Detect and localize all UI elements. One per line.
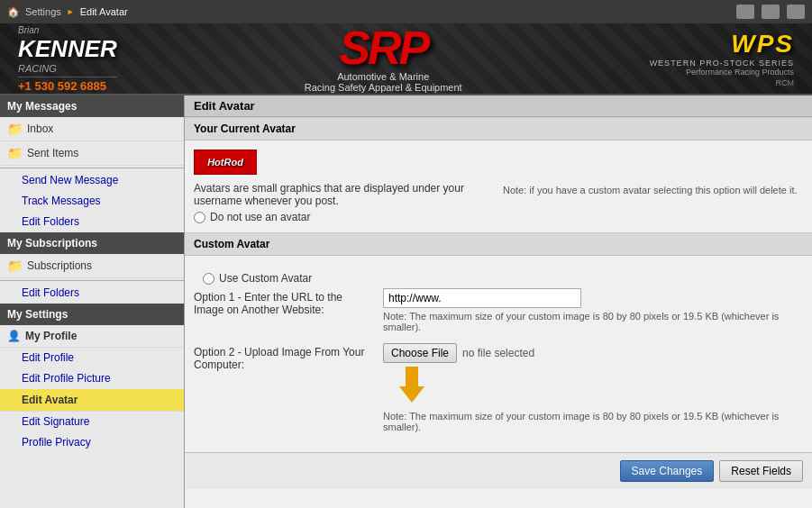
use-custom-radio[interactable] <box>203 273 214 285</box>
file-upload-row: Choose File no file selected <box>383 343 803 363</box>
current-avatar-title: Your Current Avatar <box>185 117 812 141</box>
sent-folder-icon: 📁 <box>7 146 23 160</box>
sidebar-link-edit-profile[interactable]: Edit Profile <box>0 348 184 368</box>
reset-fields-button[interactable]: Reset Fields <box>719 460 803 482</box>
breadcrumb-current: Edit Avatar <box>80 6 128 17</box>
sidebar-item-subscriptions[interactable]: 📁 Subscriptions <box>0 254 184 278</box>
use-custom-label: Use Custom Avatar <box>219 272 312 285</box>
kenner-cursive: Brian <box>18 25 117 35</box>
kenner-phone: +1 530 592 6885 <box>18 77 117 93</box>
url-note: Note: The maximum size of your custom im… <box>383 311 803 332</box>
banner-srp: SRP Automotive & Marine Racing Safety Ap… <box>305 24 462 93</box>
sidebar-section-settings: My Settings <box>0 304 184 325</box>
profile-icon: 👤 <box>7 330 21 342</box>
top-nav: 🏠 Settings ► Edit Avatar <box>0 0 812 23</box>
current-avatar-section: HotRod Avatars are small graphics that a… <box>185 141 812 232</box>
option1-label: Option 1 - Enter the URL to the Image on… <box>194 288 374 316</box>
option2-field: Choose File no file selected Note: The m… <box>383 343 803 432</box>
sidebar-link-edit-avatar[interactable]: Edit Avatar <box>0 389 184 412</box>
sidebar-section-subscriptions: My Subscriptions <box>0 232 184 254</box>
avatar-label-text: HotRod <box>207 157 243 168</box>
breadcrumb-settings[interactable]: Settings <box>25 6 61 17</box>
sidebar-section-messages: My Messages <box>0 95 184 117</box>
custom-avatar-section: Use Custom Avatar Option 1 - Enter the U… <box>185 256 812 452</box>
file-note: Note: The maximum size of your custom im… <box>383 411 803 432</box>
use-custom-row: Use Custom Avatar <box>194 265 803 288</box>
arrow-indicator <box>399 367 424 403</box>
arrow-container <box>383 363 803 408</box>
sidebar-link-edit-signature[interactable]: Edit Signature <box>0 412 184 432</box>
wps-tagline: Performance Racing Products <box>650 68 794 77</box>
option1-field: Note: The maximum size of your custom im… <box>383 288 803 332</box>
option1-row: Option 1 - Enter the URL to the Image on… <box>194 288 803 332</box>
srp-logo: SRP <box>305 24 462 71</box>
kenner-racing: RACING <box>18 63 117 74</box>
sidebar-item-my-profile[interactable]: 👤 My Profile <box>0 325 184 348</box>
sidebar-link-edit-folders-sub[interactable]: Edit Folders <box>0 283 184 304</box>
kenner-brand: KENNER <box>18 35 117 63</box>
breadcrumb-separator: ► <box>67 7 75 16</box>
subscriptions-folder-icon: 📁 <box>7 259 23 273</box>
srp-line1: Automotive & Marine <box>305 71 462 82</box>
wps-subtitle: WESTERN PRO-STOCK SERIES <box>650 59 794 68</box>
option2-label: Option 2 - Upload Image From Your Comput… <box>194 343 374 371</box>
top-nav-actions <box>736 5 805 19</box>
sidebar-link-profile-privacy[interactable]: Profile Privacy <box>0 432 184 453</box>
sidebar-link-send-new[interactable]: Send New Message <box>0 170 184 191</box>
breadcrumb: 🏠 Settings ► Edit Avatar <box>7 6 128 18</box>
sidebar-item-sent[interactable]: 📁 Sent Items <box>0 141 184 166</box>
sidebar: My Messages 📁 Inbox 📁 Sent Items Send Ne… <box>0 95 185 508</box>
main-layout: My Messages 📁 Inbox 📁 Sent Items Send Ne… <box>0 95 812 508</box>
sidebar-link-edit-folders-msg[interactable]: Edit Folders <box>0 212 184 232</box>
no-avatar-radio[interactable] <box>194 212 205 223</box>
save-changes-button[interactable]: Save Changes <box>620 460 715 482</box>
banner-wps: WPS WESTERN PRO-STOCK SERIES Performance… <box>650 30 794 87</box>
sidebar-item-inbox[interactable]: 📁 Inbox <box>0 117 184 141</box>
nav-icon-3[interactable] <box>787 5 805 19</box>
no-avatar-radio-row: Do not use an avatar <box>194 211 494 223</box>
choose-file-button[interactable]: Choose File <box>383 343 457 363</box>
sidebar-link-edit-profile-pic[interactable]: Edit Profile Picture <box>0 368 184 389</box>
srp-line2: Racing Safety Apparel & Equipment <box>305 82 462 93</box>
nav-icon-1[interactable] <box>736 5 754 19</box>
banner: Brian KENNER RACING +1 530 592 6885 SRP … <box>0 23 812 95</box>
url-input[interactable] <box>383 288 581 308</box>
wps-rcm: RCM <box>650 78 794 87</box>
avatar-info-row: Avatars are small graphics that are disp… <box>194 182 803 223</box>
home-icon[interactable]: 🏠 <box>7 6 20 18</box>
content-area: Edit Avatar Your Current Avatar HotRod A… <box>185 95 812 508</box>
avatar-description: Avatars are small graphics that are disp… <box>194 182 494 207</box>
inbox-folder-icon: 📁 <box>7 122 23 136</box>
no-avatar-label: Do not use an avatar <box>210 211 310 223</box>
no-avatar-note: Note: if you have a custom avatar select… <box>503 185 798 195</box>
current-avatar-image: HotRod <box>194 150 257 175</box>
nav-icon-2[interactable] <box>762 5 780 19</box>
option2-row: Option 2 - Upload Image From Your Comput… <box>194 343 803 432</box>
banner-kenner: Brian KENNER RACING +1 530 592 6885 <box>18 25 117 93</box>
sidebar-link-track[interactable]: Track Messages <box>0 191 184 212</box>
wps-logo: WPS <box>650 30 794 59</box>
custom-avatar-title: Custom Avatar <box>185 232 812 256</box>
action-bar: Save Changes Reset Fields <box>185 452 812 489</box>
file-none-text: no file selected <box>462 347 534 359</box>
page-title: Edit Avatar <box>185 95 812 117</box>
